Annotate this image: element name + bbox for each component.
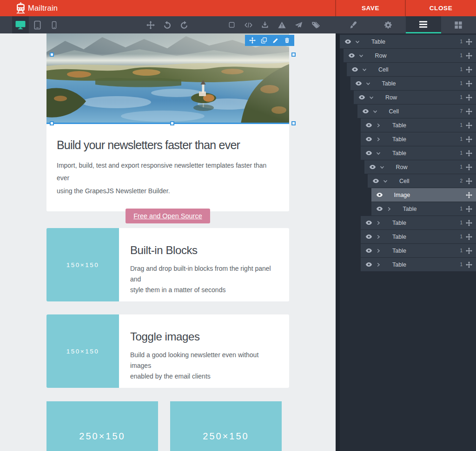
- chevron-right-icon[interactable]: [376, 137, 381, 142]
- feature-heading[interactable]: Built-in Blocks: [130, 244, 278, 257]
- hero-paragraph[interactable]: Import, build, test and export responsiv…: [57, 159, 279, 197]
- layer-row-row[interactable]: Row1: [364, 160, 476, 174]
- visibility-eye-icon[interactable]: [365, 136, 372, 143]
- feature-heading[interactable]: Toggle images: [130, 330, 278, 343]
- layer-row-row[interactable]: Row1: [344, 49, 476, 63]
- component-delete-button[interactable]: [281, 35, 293, 46]
- chevron-right-icon[interactable]: [376, 123, 381, 128]
- move-handle-icon[interactable]: [466, 178, 472, 184]
- chevron-down-icon[interactable]: [355, 39, 360, 45]
- visibility-eye-icon[interactable]: [372, 177, 379, 184]
- import-template-button[interactable]: [257, 16, 273, 33]
- layer-row-table[interactable]: Table1: [371, 202, 476, 216]
- resize-handle-right[interactable]: [291, 52, 296, 57]
- visibility-eye-icon[interactable]: [365, 122, 372, 129]
- placeholder-image-250[interactable]: 250×150: [170, 401, 282, 451]
- layer-row-image[interactable]: Image: [371, 188, 476, 202]
- move-handle-icon[interactable]: [466, 39, 472, 45]
- save-button[interactable]: SAVE: [335, 0, 405, 16]
- visibility-eye-icon[interactable]: [376, 191, 383, 198]
- layer-row-table[interactable]: Table1: [361, 118, 476, 132]
- layer-row-table[interactable]: Table1: [361, 146, 476, 160]
- chevron-down-icon[interactable]: [372, 109, 378, 114]
- component-edit-button[interactable]: [270, 35, 281, 46]
- layer-row-row[interactable]: Row1: [354, 91, 476, 105]
- fullscreen-move-button[interactable]: [142, 16, 159, 33]
- visibility-eye-icon[interactable]: [351, 66, 358, 73]
- open-blocks-button[interactable]: [441, 16, 476, 33]
- chevron-down-icon[interactable]: [362, 67, 367, 72]
- close-button[interactable]: CLOSE: [405, 0, 476, 16]
- visibility-eye-icon[interactable]: [344, 38, 351, 45]
- move-handle-icon[interactable]: [466, 192, 472, 198]
- open-settings-button[interactable]: [371, 16, 406, 33]
- move-handle-icon[interactable]: [466, 108, 472, 115]
- layer-row-cell[interactable]: Cell2: [368, 174, 476, 188]
- chevron-right-icon[interactable]: [376, 262, 381, 268]
- move-handle-icon[interactable]: [466, 52, 472, 59]
- placeholder-image-250[interactable]: 250×150: [46, 401, 158, 451]
- device-desktop-button[interactable]: [12, 16, 29, 33]
- component-move-button[interactable]: [246, 35, 258, 46]
- placeholder-image-150[interactable]: 150×150: [46, 314, 119, 388]
- resize-handle-bottom-center[interactable]: [170, 121, 174, 125]
- placeholder-image-150[interactable]: 150×150: [46, 228, 119, 301]
- chevron-down-icon[interactable]: [379, 164, 385, 170]
- visibility-eye-icon[interactable]: [376, 205, 383, 212]
- move-handle-icon[interactable]: [466, 164, 472, 170]
- visibility-eye-icon[interactable]: [362, 108, 369, 115]
- visibility-eye-icon[interactable]: [365, 247, 372, 254]
- move-handle-icon[interactable]: [466, 234, 472, 240]
- chevron-down-icon[interactable]: [358, 53, 364, 59]
- move-handle-icon[interactable]: [466, 136, 472, 143]
- move-handle-icon[interactable]: [466, 66, 472, 73]
- send-test-button[interactable]: [290, 16, 307, 33]
- move-handle-icon[interactable]: [466, 220, 472, 226]
- layer-row-table[interactable]: Table1: [350, 77, 476, 91]
- visibility-eye-icon[interactable]: [355, 80, 362, 87]
- chevron-right-icon[interactable]: [376, 234, 381, 240]
- device-mobile-button[interactable]: [46, 16, 62, 33]
- layer-row-table[interactable]: Table1: [361, 216, 476, 230]
- layer-row-cell[interactable]: Cell1: [347, 63, 476, 77]
- open-layers-button[interactable]: [406, 16, 441, 33]
- cta-button[interactable]: Free and Open Source: [126, 209, 210, 223]
- feature-paragraph[interactable]: Drag and drop built-in blocks from the r…: [130, 263, 278, 295]
- component-copy-button[interactable]: [258, 35, 270, 46]
- move-handle-icon[interactable]: [466, 94, 472, 101]
- chevron-down-icon[interactable]: [376, 150, 381, 156]
- visibility-eye-icon[interactable]: [365, 261, 372, 268]
- toggle-borders-button[interactable]: [223, 16, 240, 33]
- move-handle-icon[interactable]: [466, 206, 472, 212]
- device-tablet-button[interactable]: [29, 16, 46, 33]
- move-handle-icon[interactable]: [466, 261, 472, 268]
- visibility-eye-icon[interactable]: [365, 150, 372, 157]
- chevron-right-icon[interactable]: [386, 206, 392, 212]
- chevron-down-icon[interactable]: [369, 95, 374, 100]
- open-styles-button[interactable]: [336, 16, 371, 33]
- layer-row-table[interactable]: Table1: [361, 230, 476, 244]
- move-handle-icon[interactable]: [466, 80, 472, 87]
- layer-row-table[interactable]: Table1: [361, 258, 476, 272]
- chevron-down-icon[interactable]: [383, 178, 388, 184]
- visibility-eye-icon[interactable]: [369, 163, 376, 170]
- visibility-eye-icon[interactable]: [365, 233, 372, 240]
- move-handle-icon[interactable]: [466, 150, 472, 157]
- visibility-eye-icon[interactable]: [348, 52, 355, 59]
- move-handle-icon[interactable]: [466, 122, 472, 129]
- hero-image[interactable]: [46, 33, 289, 124]
- view-code-button[interactable]: [240, 16, 257, 33]
- feature-paragraph[interactable]: Build a good looking newsletter even wit…: [130, 350, 278, 382]
- redo-button[interactable]: [176, 16, 192, 33]
- hero-heading[interactable]: Build your newsletters faster than ever: [57, 138, 279, 152]
- resize-handle-bottom-right[interactable]: [291, 121, 296, 125]
- layer-row-table[interactable]: Table1: [340, 35, 476, 49]
- resize-handle-left[interactable]: [50, 52, 54, 57]
- visibility-eye-icon[interactable]: [358, 94, 365, 101]
- manage-tags-button[interactable]: [307, 16, 324, 33]
- layer-row-cell[interactable]: Cell7: [357, 105, 476, 118]
- undo-button[interactable]: [159, 16, 176, 33]
- resize-handle-bottom-left[interactable]: [50, 121, 54, 125]
- layer-row-table[interactable]: Table1: [361, 244, 476, 258]
- chevron-right-icon[interactable]: [376, 248, 381, 254]
